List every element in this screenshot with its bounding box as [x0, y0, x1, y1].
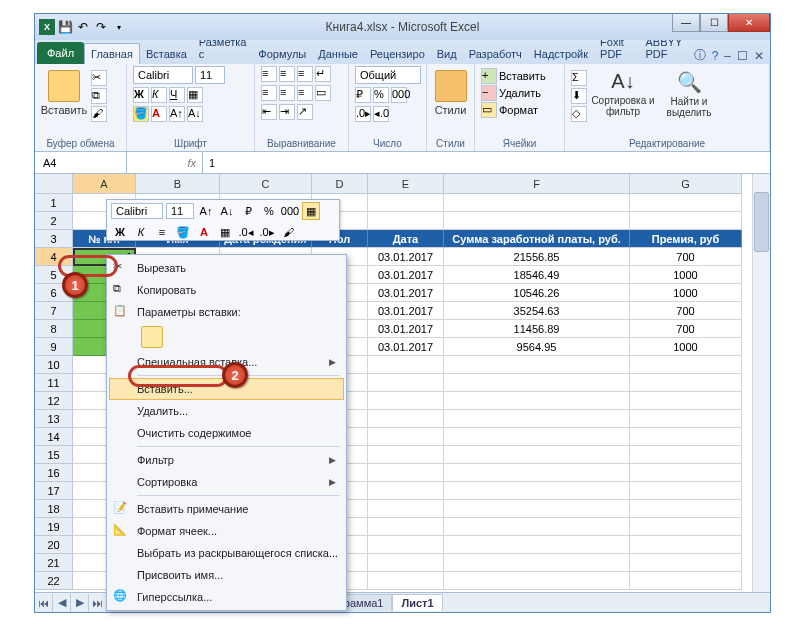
- mini-inc-icon[interactable]: .0▸: [258, 223, 276, 241]
- dec-decimal-icon[interactable]: ◂.0: [373, 106, 389, 122]
- column-headers[interactable]: A B C D E F G: [73, 174, 752, 194]
- undo-icon[interactable]: ↶: [75, 19, 91, 35]
- cm-hyperlink[interactable]: 🌐Гиперссылка...: [109, 586, 344, 608]
- cm-format-cells[interactable]: 📐Формат ячеек...: [109, 520, 344, 542]
- close-button[interactable]: ✕: [728, 14, 770, 32]
- font-size-combo[interactable]: 11: [195, 66, 225, 84]
- col-header-f[interactable]: F: [444, 174, 630, 194]
- doc-close-icon[interactable]: ✕: [754, 49, 764, 63]
- row-header[interactable]: 10: [35, 356, 73, 374]
- find-select-button[interactable]: 🔍Найти и выделить: [659, 66, 719, 118]
- mini-size-combo[interactable]: 11: [166, 203, 194, 219]
- mini-currency-icon[interactable]: ₽: [239, 202, 257, 220]
- copy-icon[interactable]: ⧉: [91, 88, 107, 104]
- row-header[interactable]: 17: [35, 482, 73, 500]
- align-left-icon[interactable]: ≡: [261, 85, 277, 101]
- mini-percent-icon[interactable]: %: [260, 202, 278, 220]
- align-top-icon[interactable]: ≡: [261, 66, 277, 82]
- cells-delete-button[interactable]: −Удалить: [481, 85, 541, 101]
- col-header-c[interactable]: C: [220, 174, 312, 194]
- col-header-g[interactable]: G: [630, 174, 742, 194]
- mini-dec-icon[interactable]: .0◂: [237, 223, 255, 241]
- row-header[interactable]: 18: [35, 500, 73, 518]
- number-format-combo[interactable]: Общий: [355, 66, 421, 84]
- mini-comma-icon[interactable]: 000: [281, 202, 299, 220]
- row-header[interactable]: 9: [35, 338, 73, 356]
- cells-insert-button[interactable]: +Вставить: [481, 68, 546, 84]
- tab-insert[interactable]: Вставка: [140, 44, 193, 64]
- cm-filter[interactable]: Фильтр▶: [109, 449, 344, 471]
- table-header[interactable]: Дата: [368, 230, 444, 248]
- shrink-font-icon[interactable]: A↓: [187, 106, 203, 122]
- ribbon-minimize-icon[interactable]: ⓘ: [694, 47, 706, 64]
- align-right-icon[interactable]: ≡: [297, 85, 313, 101]
- mini-fill-icon[interactable]: 🪣: [174, 223, 192, 241]
- align-bot-icon[interactable]: ≡: [297, 66, 313, 82]
- tab-data[interactable]: Данные: [312, 44, 364, 64]
- row-header[interactable]: 14: [35, 428, 73, 446]
- autosum-icon[interactable]: Σ: [571, 70, 587, 86]
- grow-font-icon[interactable]: A↑: [169, 106, 185, 122]
- indent-inc-icon[interactable]: ⇥: [279, 104, 295, 120]
- tab-view[interactable]: Вид: [431, 44, 463, 64]
- col-header-b[interactable]: B: [136, 174, 220, 194]
- row-header[interactable]: 22: [35, 572, 73, 590]
- save-icon[interactable]: 💾: [57, 19, 73, 35]
- mini-shrink-icon[interactable]: A↓: [218, 202, 236, 220]
- select-all-corner[interactable]: [35, 174, 73, 194]
- name-box[interactable]: A4: [35, 152, 127, 173]
- row-header[interactable]: 19: [35, 518, 73, 536]
- fill-icon[interactable]: ⬇: [571, 88, 587, 104]
- cells-format-button[interactable]: ▭Формат: [481, 102, 538, 118]
- sort-filter-button[interactable]: A↓Сортировка и фильтр: [591, 66, 655, 117]
- row-header[interactable]: 12: [35, 392, 73, 410]
- redo-icon[interactable]: ↷: [93, 19, 109, 35]
- tab-formulas[interactable]: Формулы: [252, 44, 312, 64]
- cm-comment[interactable]: 📝Вставить примечание: [109, 498, 344, 520]
- col-header-e[interactable]: E: [368, 174, 444, 194]
- tab-review[interactable]: Рецензиро: [364, 44, 431, 64]
- font-name-combo[interactable]: Calibri: [133, 66, 193, 84]
- currency-icon[interactable]: ₽: [355, 87, 371, 103]
- mini-font-combo[interactable]: Calibri: [111, 203, 163, 219]
- mini-font-color-icon[interactable]: А: [195, 223, 213, 241]
- scrollbar-thumb[interactable]: [754, 192, 769, 252]
- cm-delete[interactable]: Удалить...: [109, 400, 344, 422]
- cm-clear[interactable]: Очистить содержимое: [109, 422, 344, 444]
- row-header[interactable]: 8: [35, 320, 73, 338]
- comma-icon[interactable]: 000: [391, 87, 407, 103]
- help-icon[interactable]: ?: [712, 49, 719, 63]
- qat-dropdown-icon[interactable]: ▾: [111, 19, 127, 35]
- wrap-icon[interactable]: ↵: [315, 66, 331, 82]
- tab-addins[interactable]: Надстройк: [528, 44, 594, 64]
- underline-icon[interactable]: Ч: [169, 87, 185, 103]
- cm-dropdown-list[interactable]: Выбрать из раскрывающегося списка...: [109, 542, 344, 564]
- file-tab[interactable]: Файл: [37, 42, 84, 64]
- row-header[interactable]: 2: [35, 212, 73, 230]
- mini-painter-icon[interactable]: 🖌: [279, 223, 297, 241]
- row-header[interactable]: 21: [35, 554, 73, 572]
- clear-icon[interactable]: ◇: [571, 106, 587, 122]
- bold-icon[interactable]: Ж: [133, 87, 149, 103]
- format-painter-icon[interactable]: 🖌: [91, 106, 107, 122]
- row-header[interactable]: 15: [35, 446, 73, 464]
- italic-icon[interactable]: К: [151, 87, 167, 103]
- table-header[interactable]: Премия, руб: [630, 230, 742, 248]
- align-mid-icon[interactable]: ≡: [279, 66, 295, 82]
- inc-decimal-icon[interactable]: .0▸: [355, 106, 371, 122]
- col-header-a[interactable]: A: [73, 174, 136, 194]
- merge-icon[interactable]: ▭: [315, 85, 331, 101]
- mini-border-icon[interactable]: ▦: [216, 223, 234, 241]
- table-header[interactable]: Сумма заработной платы, руб.: [444, 230, 630, 248]
- col-header-d[interactable]: D: [312, 174, 368, 194]
- cm-sort[interactable]: Сортировка▶: [109, 471, 344, 493]
- tab-developer[interactable]: Разработч: [463, 44, 528, 64]
- mini-align-icon[interactable]: ≡: [153, 223, 171, 241]
- sheet-tab[interactable]: Лист1: [392, 594, 442, 611]
- minimize-button[interactable]: —: [672, 14, 700, 32]
- border-icon[interactable]: ▦: [187, 87, 203, 103]
- paste-button[interactable]: Вставить: [41, 66, 87, 116]
- doc-min-icon[interactable]: –: [724, 49, 731, 63]
- row-header[interactable]: 3: [35, 230, 73, 248]
- cm-paste-option-values[interactable]: [109, 323, 344, 351]
